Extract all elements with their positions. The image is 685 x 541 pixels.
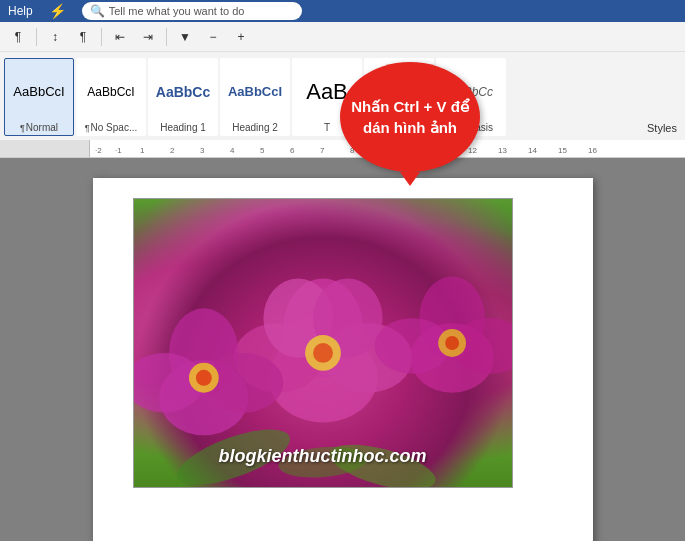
- style-h2-label: Heading 2: [232, 122, 278, 133]
- divider: [36, 28, 37, 46]
- search-icon: 🔍: [90, 4, 105, 18]
- sort-icon[interactable]: ↕: [43, 26, 67, 48]
- ruler-mark-16: 16: [588, 146, 597, 155]
- style-h2-text: AaBbCcI: [228, 84, 282, 99]
- ruler-mark-14: 14: [528, 146, 537, 155]
- ruler-mark-12: 12: [468, 146, 477, 155]
- ruler-mark-15: 15: [558, 146, 567, 155]
- divider3: [166, 28, 167, 46]
- style-normal[interactable]: AaBbCcI ¶Normal: [4, 58, 74, 136]
- ruler-mark-3: 3: [200, 146, 204, 155]
- style-nospace-preview: AaBbCcI: [87, 63, 134, 120]
- style-heading2[interactable]: AaBbCcI Heading 2: [220, 58, 290, 136]
- plus-icon[interactable]: +: [229, 26, 253, 48]
- ruler-mark-6: 6: [290, 146, 294, 155]
- ruler-mark-1: 1: [140, 146, 144, 155]
- orchid-svg: [134, 199, 512, 487]
- divider2: [101, 28, 102, 46]
- lightning-icon: ⚡: [49, 3, 66, 19]
- tooltip-balloon: Nhấn Ctrl + V để dán hình ảnh: [340, 62, 480, 172]
- show-hide-icon[interactable]: ¶: [71, 26, 95, 48]
- style-normal-text: AaBbCcI: [13, 84, 64, 99]
- ruler-mark-2: 2: [170, 146, 174, 155]
- svg-point-7: [313, 343, 333, 363]
- ruler-mark-5: 5: [260, 146, 264, 155]
- help-menu[interactable]: Help: [8, 4, 33, 18]
- tooltip-text: Nhấn Ctrl + V để dán hình ảnh: [340, 88, 480, 146]
- svg-point-19: [445, 336, 459, 350]
- paragraph-icon[interactable]: ¶: [6, 26, 30, 48]
- style-nospace-text: AaBbCcI: [87, 85, 134, 99]
- indent-left-icon[interactable]: ⇤: [108, 26, 132, 48]
- style-h1-preview: AaBbCc: [156, 63, 210, 120]
- style-h1-label: Heading 1: [160, 122, 206, 133]
- document-area: blogkienthuctinhoc.com: [0, 158, 685, 541]
- ruler-left-margin: [0, 140, 90, 157]
- watermark-text: blogkienthuctinhoc.com: [218, 446, 426, 467]
- tell-me-search-bar[interactable]: 🔍 Tell me what you want to do: [82, 2, 302, 20]
- style-heading1[interactable]: AaBbCc Heading 1: [148, 58, 218, 136]
- style-no-space[interactable]: AaBbCcI ¶No Spac...: [76, 58, 146, 136]
- arrow-down-icon[interactable]: ▼: [173, 26, 197, 48]
- ruler-mark-4: 4: [230, 146, 234, 155]
- ruler-mark-7: 7: [320, 146, 324, 155]
- ruler-mark-13: 13: [498, 146, 507, 155]
- indent-right-icon[interactable]: ⇥: [136, 26, 160, 48]
- ruler-mark-neg2: ·2: [95, 146, 102, 155]
- style-title-label: T: [324, 122, 330, 133]
- top-bar: Help ⚡ 🔍 Tell me what you want to do: [0, 0, 685, 22]
- minus-icon[interactable]: −: [201, 26, 225, 48]
- style-nospace-label: ¶No Spac...: [85, 122, 138, 133]
- styles-row: AaBbCcI ¶Normal AaBbCcI ¶No Spac... AaBb…: [0, 52, 685, 140]
- style-h1-text: AaBbCc: [156, 84, 210, 100]
- styles-section-label: Styles: [647, 122, 677, 134]
- document-image: blogkienthuctinhoc.com: [133, 198, 513, 488]
- tell-me-text: Tell me what you want to do: [109, 5, 245, 17]
- document-page[interactable]: blogkienthuctinhoc.com: [93, 178, 593, 541]
- style-h2-preview: AaBbCcI: [228, 63, 282, 120]
- style-normal-preview: AaBbCcI: [13, 63, 64, 120]
- svg-point-13: [195, 370, 211, 386]
- ribbon-tools: ¶ ↕ ¶ ⇤ ⇥ ▼ − +: [0, 22, 685, 52]
- style-normal-label: ¶Normal: [20, 122, 58, 133]
- ruler-mark-neg1: ·1: [115, 146, 122, 155]
